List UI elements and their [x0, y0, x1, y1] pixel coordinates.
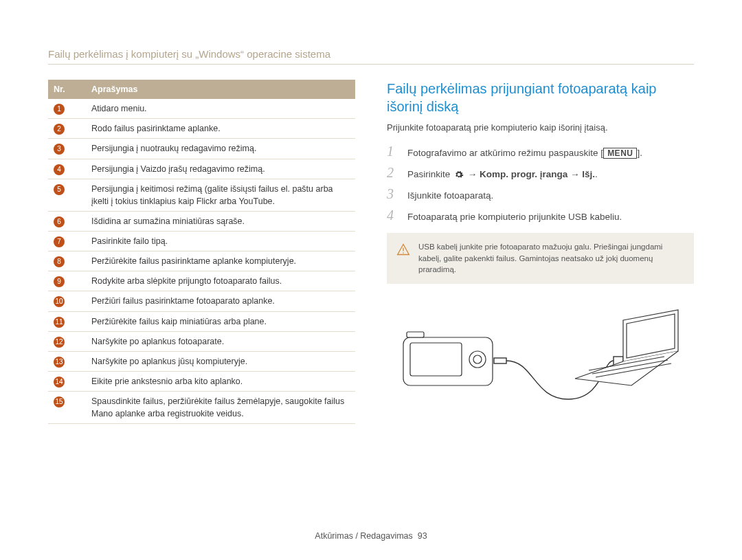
- row-number-badge: 7: [54, 236, 65, 247]
- step2-text-a: Pasirinkite: [407, 169, 453, 179]
- row-description: Peržiūrėkite failus pasirinktame aplanke…: [86, 251, 355, 271]
- step2-off: Išj.: [582, 169, 595, 179]
- step-number: 3: [387, 186, 399, 202]
- step-3: 3 Išjunkite fotoaparatą.: [387, 186, 694, 202]
- table-row: 9Rodykite arba slėpkite prijungto fotoap…: [48, 271, 355, 291]
- warning-text: USB kabelį junkite prie fotoaparato mažu…: [418, 241, 684, 276]
- row-description: Persijungia į nuotraukų redagavimo režim…: [86, 139, 355, 159]
- step-2: 2 Pasirinkite → Komp. progr. įranga → Iš…: [387, 165, 694, 181]
- svg-rect-6: [407, 332, 424, 337]
- step1-text-a: Fotografavimo ar atkūrimo režimu paspaus…: [407, 148, 603, 158]
- steps-list: 1 Fotografavimo ar atkūrimo režimu paspa…: [387, 144, 694, 223]
- step2-arrow1: →: [465, 169, 480, 179]
- footer-text: Atkūrimas / Redagavimas: [315, 531, 412, 541]
- section-title: Failų perkėlimas prijungiant fotoaparatą…: [387, 80, 694, 115]
- row-number-badge: 14: [54, 377, 65, 388]
- row-description: Rodo failus pasirinktame aplanke.: [86, 119, 355, 139]
- right-column: Failų perkėlimas prijungiant fotoaparatą…: [387, 80, 694, 424]
- row-description: Eikite prie ankstesnio arba kito aplanko…: [86, 371, 355, 391]
- table-row: 5Persijungia į keitimosi režimą (galite …: [48, 179, 355, 211]
- table-row: 10Peržiūri failus pasirinktame fotoapara…: [48, 291, 355, 311]
- step-4: 4 Fotoaparatą prie kompiuterio prijunkit…: [387, 208, 694, 223]
- table-row: 14Eikite prie ankstesnio arba kito aplan…: [48, 371, 355, 391]
- description-table: Nr. Aprašymas 1Atidaro meniu.2Rodo failu…: [48, 80, 355, 424]
- step-1: 1 Fotografavimo ar atkūrimo režimu paspa…: [387, 144, 694, 159]
- step2-bold: Komp. progr. įranga: [480, 169, 567, 179]
- row-description: Išdidina ar sumažina miniatiūras sąraše.: [86, 211, 355, 231]
- row-number-badge: 11: [54, 317, 65, 328]
- table-row: 8Peržiūrėkite failus pasirinktame aplank…: [48, 251, 355, 271]
- row-description: Spausdinkite failus, peržiūrėkite failus…: [86, 392, 355, 424]
- step2-dot: .: [595, 169, 598, 179]
- warning-note: USB kabelį junkite prie fotoaparato mažu…: [387, 233, 694, 284]
- row-number-badge: 10: [54, 296, 65, 307]
- intro-text: Prijunkite fotoaparatą prie kompiuterio …: [387, 122, 694, 133]
- warning-icon: [396, 243, 410, 276]
- table-row: 4Persijungia į Vaizdo įrašų redagavimo r…: [48, 159, 355, 179]
- row-number-badge: 13: [54, 357, 65, 368]
- svg-rect-3: [410, 343, 462, 376]
- svg-point-1: [403, 252, 404, 254]
- row-number-badge: 8: [54, 256, 65, 267]
- svg-rect-7: [494, 358, 506, 363]
- row-description: Pasirinkite failo tipą.: [86, 232, 355, 251]
- step-number: 4: [387, 208, 399, 223]
- row-description: Peržiūrėkite failus kaip miniatiūras arb…: [86, 311, 355, 331]
- table-row: 11Peržiūrėkite failus kaip miniatiūras a…: [48, 311, 355, 331]
- step2-arrow2: →: [567, 169, 582, 179]
- table-row: 15Spausdinkite failus, peržiūrėkite fail…: [48, 392, 355, 424]
- table-row: 3Persijungia į nuotraukų redagavimo reži…: [48, 139, 355, 159]
- menu-button-label: MENU: [603, 148, 637, 159]
- th-nr: Nr.: [48, 80, 86, 99]
- step3-text: Išjunkite fotoaparatą.: [407, 190, 493, 201]
- row-number-badge: 5: [54, 184, 65, 195]
- left-column: Nr. Aprašymas 1Atidaro meniu.2Rodo failu…: [48, 80, 355, 424]
- row-number-badge: 12: [54, 337, 65, 348]
- table-row: 12Naršykite po aplankus fotoaparate.: [48, 331, 355, 351]
- table-row: 7Pasirinkite failo tipą.: [48, 232, 355, 251]
- row-description: Atidaro meniu.: [86, 99, 355, 119]
- page-header: Failų perkėlimas į kompiuterį su „Window…: [48, 48, 694, 65]
- row-number-badge: 9: [54, 276, 65, 287]
- step-number: 1: [387, 144, 399, 159]
- step4-text: Fotoaparatą prie kompiuterio prijunkite …: [407, 212, 622, 222]
- page-number: 93: [418, 531, 427, 541]
- step-number: 2: [387, 165, 399, 181]
- row-description: Naršykite po aplankus fotoaparate.: [86, 331, 355, 351]
- row-description: Naršykite po aplankus jūsų kompiuteryje.: [86, 351, 355, 371]
- row-description: Peržiūri failus pasirinktame fotoaparato…: [86, 291, 355, 311]
- th-desc: Aprašymas: [86, 80, 355, 99]
- table-row: 13Naršykite po aplankus jūsų kompiuteryj…: [48, 351, 355, 371]
- connection-illustration: [387, 296, 694, 409]
- row-number-badge: 15: [54, 396, 65, 407]
- row-number-badge: 4: [54, 164, 65, 175]
- row-number-badge: 1: [54, 104, 65, 115]
- page-footer: Atkūrimas / Redagavimas 93: [0, 531, 742, 541]
- table-row: 1Atidaro meniu.: [48, 99, 355, 119]
- gear-icon: [454, 170, 464, 179]
- step1-text-b: ].: [637, 148, 642, 158]
- row-description: Rodykite arba slėpkite prijungto fotoapa…: [86, 271, 355, 291]
- row-description: Persijungia į Vaizdo įrašų redagavimo re…: [86, 159, 355, 179]
- row-description: Persijungia į keitimosi režimą (galite i…: [86, 179, 355, 211]
- row-number-badge: 6: [54, 216, 65, 227]
- table-row: 2Rodo failus pasirinktame aplanke.: [48, 119, 355, 139]
- row-number-badge: 2: [54, 124, 65, 135]
- row-number-badge: 3: [54, 144, 65, 155]
- table-row: 6Išdidina ar sumažina miniatiūras sąraše…: [48, 211, 355, 231]
